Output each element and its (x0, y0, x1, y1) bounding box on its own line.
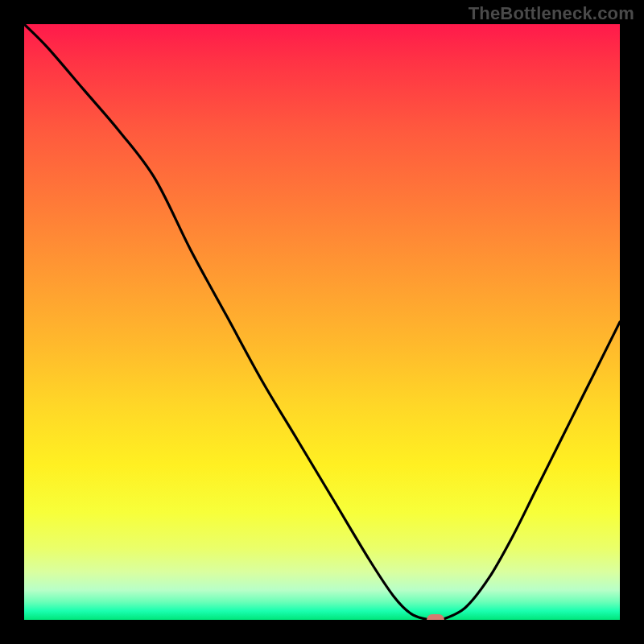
bottleneck-curve (24, 24, 620, 620)
curve-path (24, 24, 620, 620)
optimum-marker (427, 614, 444, 620)
watermark-label: TheBottleneck.com (469, 3, 634, 24)
chart-frame: TheBottleneck.com (0, 0, 644, 644)
plot-area (24, 24, 620, 620)
